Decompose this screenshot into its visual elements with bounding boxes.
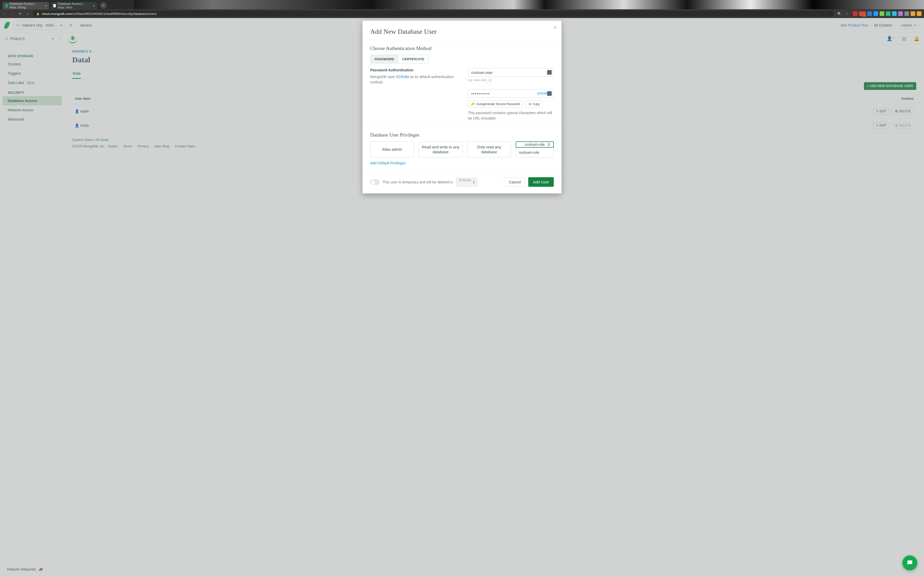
temporary-user-toggle[interactable] (370, 179, 380, 185)
extension-icons (853, 11, 921, 16)
close-tab-icon[interactable]: × (93, 4, 95, 8)
avatar-icon[interactable] (911, 11, 915, 16)
browser-chrome: Database Access | Atlas: Mong × Database… (0, 0, 924, 18)
priv-custom-role-select[interactable]: rockset-role ▲▼ (515, 142, 554, 148)
tab-title: Database Access | Atlas: Mong (10, 2, 42, 9)
copy-password-button[interactable]: ⧉ Copy (526, 100, 543, 108)
autogenerate-password-button[interactable]: 🔑 Autogenerate Secure Password (468, 100, 523, 108)
cancel-button[interactable]: Cancel (504, 177, 526, 187)
auth-seg-password[interactable]: PASSWORD (370, 55, 398, 63)
extension-icon[interactable] (867, 11, 872, 16)
nav-back-icon[interactable]: ← (3, 12, 7, 16)
macos-titlebar-texture (134, 0, 924, 9)
extension-icon[interactable] (874, 11, 878, 16)
new-tab-button[interactable]: + (100, 2, 107, 9)
modal-footer: This user is temporary and will be delet… (362, 172, 562, 187)
username-input[interactable] (468, 68, 554, 77)
privilege-options: Atlas admin Read and write to any databa… (370, 142, 554, 157)
nav-forward-icon[interactable]: → (10, 12, 15, 16)
password-auth-description: MongoDB uses SCRAM as its default authen… (370, 74, 460, 85)
scram-link[interactable]: SCRAM (396, 75, 409, 79)
username-hint: e.g. new-user_31 (468, 78, 554, 82)
close-tab-icon[interactable]: × (45, 4, 47, 8)
url-path: /v2/5ea33652445d921efadf0f69#security/da… (72, 12, 157, 16)
modal-title: Add New Database User (370, 28, 554, 35)
tab-title: Database Access | Atlas: Mon (58, 2, 90, 9)
copy-icon: ⧉ (529, 102, 531, 106)
nav-reload-icon[interactable]: ⟳ (18, 12, 22, 16)
bookmark-star-icon[interactable]: ☆ (845, 12, 849, 16)
show-password-toggle[interactable]: SHOW (537, 92, 547, 95)
address-bar: ← → ⟳ ⌂ 🔒 cloud.mongodb.com/v2/5ea336524… (0, 9, 924, 18)
lock-icon: 🔒 (36, 12, 40, 15)
auth-seg-certificate[interactable]: CERTIFICATE (398, 55, 428, 63)
priv-atlas-admin[interactable]: Atlas admin (370, 142, 414, 157)
zoom-icon[interactable]: 🔍 (837, 12, 842, 16)
privileges-heading: Database User Privileges (370, 132, 554, 138)
password-auth-heading: Password Authentication (370, 68, 460, 72)
tab-strip: Database Access | Atlas: Mong × Database… (0, 0, 924, 9)
modal-close-button[interactable]: × (554, 24, 557, 31)
password-encoding-note: This password contains special character… (468, 110, 554, 121)
extension-icon[interactable] (886, 11, 890, 16)
extension-icon[interactable] (859, 11, 866, 16)
password-manager-icon[interactable] (547, 70, 552, 75)
key-icon: 🔑 (471, 102, 475, 106)
nav-home-icon[interactable]: ⌂ (26, 12, 30, 16)
priv-custom-dropdown-item[interactable]: rockset-role (515, 148, 554, 157)
favicon-generic-icon (53, 4, 56, 8)
priv-read-any[interactable]: Only read any database (467, 142, 511, 157)
url-field[interactable]: 🔒 cloud.mongodb.com/v2/5ea33652445d921ef… (34, 11, 834, 17)
extension-icon[interactable] (898, 11, 903, 16)
browser-tab-2[interactable]: Database Access | Atlas: Mon × (50, 2, 97, 9)
browser-tab-1[interactable]: Database Access | Atlas: Mong × (3, 2, 49, 9)
add-user-button[interactable]: Add User (528, 177, 554, 187)
password-manager-icon[interactable] (547, 91, 552, 96)
add-default-privileges-link[interactable]: Add Default Privileges (370, 161, 406, 165)
add-database-user-modal: × Add New Database User Choose Authentic… (362, 21, 562, 193)
auth-method-segmented: PASSWORD CERTIFICATE (370, 55, 429, 63)
favicon-mongodb-icon (5, 4, 8, 8)
extension-icon[interactable] (892, 11, 897, 16)
sort-caret-icon: ▲▼ (548, 142, 550, 147)
priv-read-write-any[interactable]: Read and write to any database (419, 142, 462, 157)
extension-icon[interactable] (905, 11, 909, 16)
temporary-duration-select[interactable]: 6 hours ▲▼ (456, 178, 478, 187)
intercom-chat-button[interactable] (902, 555, 917, 570)
extension-icon[interactable] (853, 11, 858, 16)
extension-icon[interactable] (880, 11, 884, 16)
auth-method-heading: Choose Authentication Method (370, 45, 554, 51)
url-host: cloud.mongodb.com (42, 12, 72, 16)
chat-bubble-icon (906, 559, 913, 566)
priv-custom-label: rockset-role (525, 142, 545, 147)
extension-icon[interactable] (917, 11, 921, 16)
temporary-user-label: This user is temporary and will be delet… (383, 180, 453, 184)
sort-caret-icon: ▲▼ (473, 180, 475, 184)
